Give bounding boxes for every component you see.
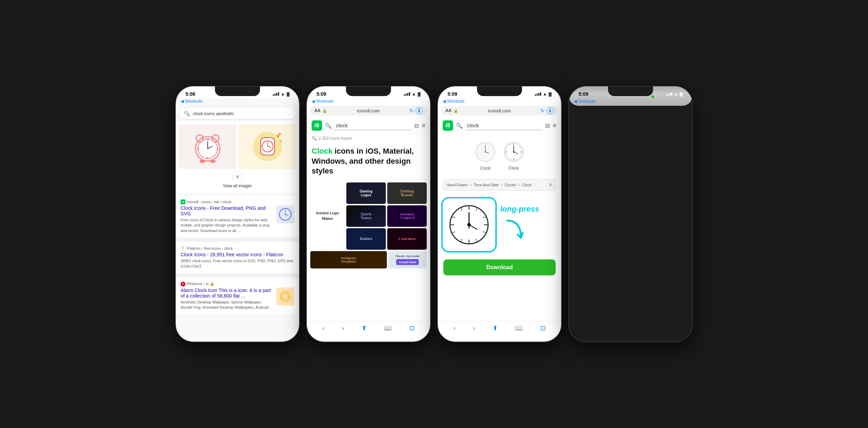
menu-icon-2[interactable]: ≡ [422,122,425,129]
ad-cell-more[interactable]: C And More [387,228,427,250]
refresh-icon-3[interactable]: ↻ [540,108,545,113]
create-now-btn[interactable]: Create Now [396,259,419,265]
download-btn-3[interactable]: Download [443,259,556,275]
clock-items-row: Clock [438,134,561,176]
svg-point-18 [277,135,279,137]
separator-1 [176,238,299,241]
time-2: 5:09 [316,91,326,97]
result-source-path-2: Flaticon › free-icons › clock [187,246,233,250]
result-1: i8 Icons8 › icons › set › clock Clock Ic… [176,196,299,237]
ios-clock-svg [250,129,285,164]
clock-icon-1 [473,139,498,164]
menu-icon-3[interactable]: ≡ [553,122,556,129]
ad-placeit-row: InstagramTemplates Placeit • by envato C… [310,251,427,268]
clock-highlighted[interactable] [441,197,497,252]
search-input-3[interactable] [466,121,542,130]
status-bar-4: 5:09 ▲ ▓ [569,86,692,98]
result-source-3: P Pinterest › in 🔒 [181,282,294,286]
wifi-icon-4: ▲ [674,92,678,96]
ad-cell-gaming[interactable]: GamingLogos [346,182,386,204]
search-bar-1[interactable]: 🔍 clock icons aesthetic [179,108,296,119]
svg-text:9: 9 [197,147,199,151]
time-1: 5:08 [185,91,195,97]
green-dot [651,95,654,98]
clock-item-2[interactable]: Clock [501,139,526,171]
phones-container: 5:08 ▲ ▓ ◀ Shortcuts 🔍 clock icons aesth… [168,79,700,349]
status-icons-4: ▲ ▓ [666,92,683,96]
refresh-icon-2[interactable]: ↻ [409,108,414,113]
pinterest-favicon: P [181,282,185,286]
view-all-btn[interactable]: ∨ [232,171,243,182]
clock-thumb-1[interactable]: 12 6 9 3 [179,124,236,169]
phone-4: 5:09 ▲ ▓ ◀ Shortcuts [568,86,693,342]
bookmarks-btn-3[interactable]: 📖 [515,324,523,332]
share-btn-2[interactable]: ⬆ [362,324,367,332]
clock-label-2: Clock [509,166,519,171]
status-icons-3: ▲ ▓ [535,92,552,96]
back-link-2[interactable]: ◀ Shortcuts [307,98,430,106]
clothing-label: ClothingBrands [400,189,414,197]
tabs-btn-3[interactable]: ⊡ [540,324,546,332]
share-btn-3[interactable]: ⬆ [493,324,498,332]
long-press-row: long-press [441,197,558,252]
result-desc-3: Aesthetic Desktop Wallpaper, Iphone Wall… [181,300,273,310]
view-all-text[interactable]: View all images [179,183,296,190]
url-bar-3[interactable]: AA 🔒 icons8.com ↻ ⬇ [441,106,558,115]
status-icons-1: ▲ ▓ [273,92,289,96]
svg-point-4 [200,160,205,163]
ad-cell-animated[interactable]: Animated7 Logos E [387,205,427,227]
bookmarks-btn-2[interactable]: 📖 [384,324,392,332]
filter-icon-3[interactable]: ⊟ [545,122,550,129]
result-desc-1: Free icons of Clock in various design st… [181,217,273,233]
icons8-logo-3: i8 [443,120,453,131]
result-source-2: f Flaticon › free-icons › clock [181,246,294,251]
svg-point-26 [282,293,288,300]
lock-icon-2: 🔒 [322,109,327,113]
search-input-2[interactable] [335,121,411,130]
search-sm-icon: 🔍 [312,136,317,141]
wifi-icon-1: ▲ [281,92,285,96]
back-link-3[interactable]: ◀ Shortcuts [438,98,561,106]
svg-line-49 [483,232,486,233]
svg-point-5 [210,160,216,163]
ad-logo-maker[interactable]: Instant Logo Maker [310,182,345,250]
ad-instagram-cell[interactable]: InstagramTemplates [310,251,387,268]
clock-thumb-2[interactable] [238,124,296,169]
long-press-overlay: long-press [438,194,561,256]
url-bar-2[interactable]: AA 🔒 icons8.com ↻ ⬇ [310,106,427,115]
breadcrumb-text: Hand Drawn → Time And Date → Clocks → Cl… [446,183,531,187]
url-text-3: icons8.com [460,108,538,113]
forward-btn-3[interactable]: › [473,325,475,332]
result-title-3[interactable]: Alarm Clock Icon This is a icon. It is a… [181,288,273,299]
back-btn-2[interactable]: ‹ [322,325,324,332]
page-heading-2: Clock icons in iOS, Material, Windows, a… [312,146,425,176]
result-2: f Flaticon › free-icons › clock Clock Ic… [176,242,299,273]
back-btn-3[interactable]: ‹ [453,325,455,332]
result-source-1: i8 Icons8 › icons › set › clock [181,199,294,204]
result-title-2[interactable]: Clock Icons - 28,951 free vector icons -… [181,252,294,257]
search-query-1: clock icons aesthetic [193,111,234,116]
ad-cell-sports[interactable]: SportsTeams [346,205,386,227]
forward-btn-2[interactable]: › [342,325,344,332]
ad-cell-avatars[interactable]: Avatars [346,228,386,250]
svg-point-25 [280,292,290,301]
ad-placeit-cell[interactable]: Placeit • by envato Create Now [388,251,427,268]
close-icon-3[interactable]: ✕ [548,182,553,188]
svg-line-24 [285,214,288,216]
download-icon-3[interactable]: ⬇ [547,107,554,114]
aa-text-2: AA [314,108,320,113]
filter-icon-2[interactable]: ⊟ [414,122,419,129]
back-link-1[interactable]: ◀ Shortcuts [176,98,299,106]
gaming-label: GamingLogos [359,189,372,197]
download-icon-2[interactable]: ⬇ [416,107,423,114]
clock-item-1[interactable]: Clock [473,139,498,171]
long-press-instruction: long-press [500,205,539,245]
ad-cell-clothing[interactable]: ClothingBrands [387,182,427,204]
sports-label: SportsTeams [361,212,372,220]
battery-icon-2: ▓ [418,92,420,96]
result-title-1[interactable]: Clock Icons - Free Download, PNG and SVG [181,205,273,216]
result-thumb-3 [276,288,294,306]
svg-point-40 [513,151,515,153]
tabs-btn-2[interactable]: ⊡ [409,324,415,332]
back-link-4[interactable]: ◀ Shortcuts [569,98,692,106]
